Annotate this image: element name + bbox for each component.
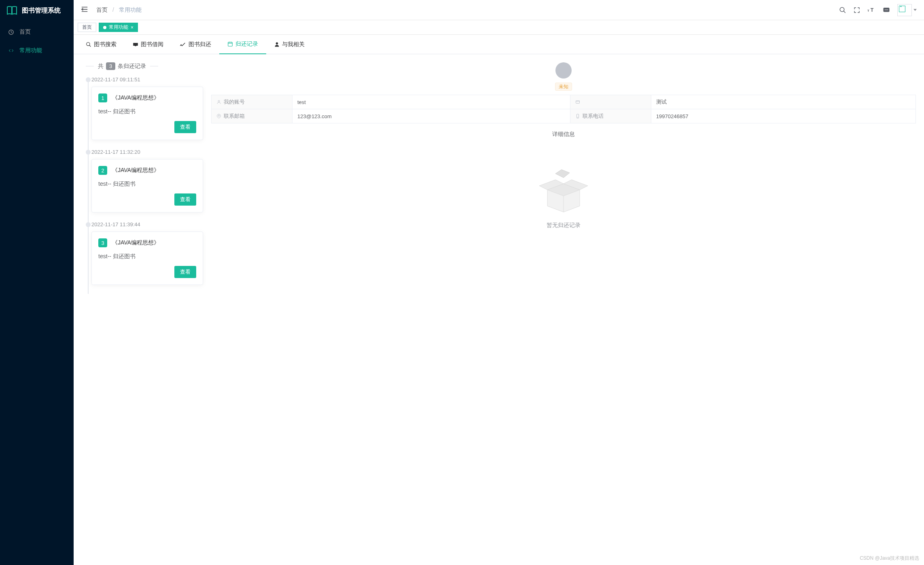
profile-avatar (555, 62, 572, 79)
view-button[interactable]: 查看 (174, 266, 196, 278)
record-desc: test-- 归还图书 (98, 181, 196, 188)
records-summary: 共 3 条归还记录 (86, 62, 203, 70)
svg-point-8 (87, 42, 90, 45)
app-logo: 图书管理系统 (0, 0, 74, 21)
search-icon (86, 42, 91, 47)
check-icon (180, 42, 186, 47)
app-title: 图书管理系统 (22, 6, 61, 15)
timeline-time: 2022-11-17 09:11:51 (91, 76, 203, 83)
field-label: 我的账号 (224, 98, 245, 106)
sidebar-item-label: 首页 (19, 28, 31, 36)
field-value: 123@123.com (292, 109, 570, 123)
tab-book-search[interactable]: 图书搜索 (78, 35, 125, 54)
fontsize-icon[interactable]: TT (867, 7, 875, 13)
book-icon (6, 6, 18, 15)
profile-table: 我的账号 test 测试 联系邮箱 123@123.com 联系电话 19970… (211, 95, 916, 123)
timeline-time: 2022-11-17 11:39:44 (91, 221, 203, 227)
svg-text:T: T (871, 7, 874, 13)
record-card: 1《JAVA编程思想》 test-- 归还图书 查看 (91, 87, 203, 140)
svg-marker-22 (555, 170, 570, 178)
record-index: 2 (98, 166, 107, 175)
sidebar-menu: 首页 常用功能 (0, 21, 74, 60)
svg-point-5 (885, 9, 886, 10)
view-button[interactable]: 查看 (174, 193, 196, 206)
breadcrumb: 首页 / 常用功能 (96, 6, 142, 14)
breadcrumb-home[interactable]: 首页 (96, 6, 108, 13)
field-label: 联系邮箱 (224, 113, 245, 120)
field-value: 19970246857 (651, 109, 916, 123)
svg-point-7 (887, 9, 888, 10)
timeline-dot (86, 77, 91, 82)
timeline-item: 2022-11-17 09:11:51 1《JAVA编程思想》 test-- 归… (91, 76, 203, 149)
tag-home[interactable]: 首页 (78, 23, 96, 32)
tag-common[interactable]: 常用功能× (99, 23, 138, 32)
svg-point-13 (218, 100, 220, 102)
tags-view: 首页 常用功能× (74, 20, 924, 35)
tab-book-borrow[interactable]: 图书借阅 (125, 35, 172, 54)
records-panel: 共 3 条归还记录 2022-11-17 09:11:51 1《JAVA编程思想… (74, 54, 207, 302)
empty-box-icon (531, 161, 596, 214)
record-desc: test-- 归还图书 (98, 108, 196, 115)
phone-icon (575, 114, 580, 119)
tab-book-return[interactable]: 图书归还 (172, 35, 219, 54)
svg-rect-14 (576, 101, 579, 104)
record-index: 1 (98, 93, 107, 102)
tab-return-records[interactable]: 归还记录 (219, 35, 266, 54)
record-card: 2《JAVA编程思想》 test-- 归还图书 查看 (91, 159, 203, 212)
tab-about-me[interactable]: 与我相关 (266, 35, 313, 54)
timeline-dot (86, 150, 91, 155)
field-value: test (292, 95, 570, 109)
timeline-dot (86, 222, 91, 227)
svg-text:T: T (867, 8, 869, 12)
mail-icon (216, 114, 221, 119)
timeline: 2022-11-17 09:11:51 1《JAVA编程思想》 test-- 归… (86, 76, 203, 294)
empty-text: 暂无归还记录 (211, 222, 916, 229)
svg-point-15 (218, 115, 220, 117)
sidebar-item-label: 常用功能 (19, 47, 42, 54)
collapse-toggle[interactable] (81, 6, 88, 14)
code-icon (8, 48, 15, 53)
detail-title: 详细信息 (211, 131, 916, 138)
record-index: 3 (98, 238, 107, 247)
record-desc: test-- 归还图书 (98, 253, 196, 260)
empty-state: 暂无归还记录 (211, 145, 916, 245)
view-button[interactable]: 查看 (174, 121, 196, 133)
timeline-item: 2022-11-17 11:32:20 2《JAVA编程思想》 test-- 归… (91, 149, 203, 221)
field-label: 联系电话 (583, 113, 604, 120)
profile-panel: 未知 我的账号 test 测试 联系邮箱 123@123.com 联系电话 (207, 54, 924, 302)
chevron-down-icon (913, 9, 917, 11)
svg-point-6 (886, 9, 887, 10)
sidebar-item-common[interactable]: 常用功能 (0, 41, 74, 60)
card-icon (575, 100, 580, 104)
breadcrumb-separator: / (112, 6, 114, 13)
dashboard-icon (8, 29, 15, 35)
watermark: CSDN @Java技术项目精选 (860, 555, 919, 562)
timeline-item: 2022-11-17 11:39:44 3《JAVA编程思想》 test-- 归… (91, 221, 203, 294)
svg-point-1 (840, 7, 844, 12)
field-value: 测试 (651, 95, 916, 109)
svg-rect-9 (133, 42, 138, 45)
record-title: 《JAVA编程思想》 (112, 94, 159, 102)
record-card: 3《JAVA编程思想》 test-- 归还图书 查看 (91, 232, 203, 285)
fullscreen-icon[interactable] (854, 7, 860, 13)
user-icon (216, 100, 221, 104)
timeline-time: 2022-11-17 11:32:20 (91, 149, 203, 155)
close-icon[interactable]: × (131, 25, 134, 30)
user-icon (274, 42, 280, 47)
sidebar-item-home[interactable]: 首页 (0, 23, 74, 41)
calendar-icon (227, 41, 233, 47)
breadcrumb-current: 常用功能 (119, 6, 142, 13)
monitor-icon (133, 42, 138, 47)
search-icon[interactable] (839, 6, 846, 14)
header: 首页 / 常用功能 TT (74, 0, 924, 20)
message-icon[interactable] (883, 7, 890, 13)
sidebar: 图书管理系统 首页 常用功能 (0, 0, 74, 565)
avatar (897, 4, 912, 16)
user-dropdown[interactable] (897, 4, 917, 16)
record-title: 《JAVA编程思想》 (112, 239, 159, 246)
profile-tag: 未知 (555, 83, 572, 91)
svg-point-17 (577, 117, 578, 118)
record-title: 《JAVA编程思想》 (112, 167, 159, 174)
records-count: 3 (106, 62, 115, 70)
svg-rect-10 (135, 45, 136, 46)
